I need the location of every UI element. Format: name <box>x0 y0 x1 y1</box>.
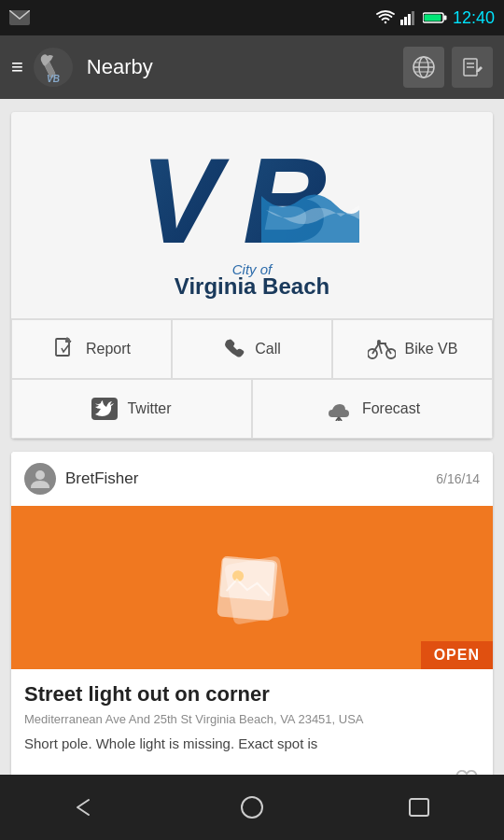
username: BretFisher <box>65 469 138 488</box>
post-title: Street light out on corner <box>24 682 480 707</box>
wifi-icon <box>376 10 395 25</box>
post-header: BretFisher 6/16/14 <box>11 452 493 506</box>
recents-icon <box>408 797 432 818</box>
open-badge[interactable]: OPEN <box>421 641 493 669</box>
svg-rect-2 <box>404 17 407 25</box>
svg-rect-6 <box>443 16 446 21</box>
svg-text:V: V <box>140 133 230 261</box>
post-image-icon <box>201 541 303 635</box>
home-icon <box>240 795 264 819</box>
status-bar: 12:40 <box>0 0 504 35</box>
twitter-label: Twitter <box>127 400 171 417</box>
city-name-label: Virginia Beach <box>131 273 373 300</box>
vb-logo: V B <box>131 131 373 300</box>
post-body: Street light out on corner Mediterranean… <box>11 669 493 763</box>
back-icon <box>70 796 98 819</box>
action-grid-row1: Report Call Bike VB <box>11 318 493 379</box>
post-description: Short pole. Whole light is missing. Exac… <box>24 734 480 753</box>
post-address: Mediterranean Ave And 25th St Virginia B… <box>24 712 480 726</box>
gmail-icon <box>9 10 30 25</box>
svg-rect-4 <box>412 11 414 25</box>
report-icon <box>52 337 77 361</box>
status-left <box>9 10 30 25</box>
home-button[interactable] <box>224 787 280 828</box>
globe-icon <box>412 55 436 79</box>
edit-button[interactable] <box>452 47 493 88</box>
svg-point-23 <box>377 340 381 343</box>
battery-icon <box>423 11 447 24</box>
bike-vb-label: Bike VB <box>405 341 458 357</box>
svg-rect-7 <box>424 15 441 21</box>
forecast-label: Forecast <box>362 400 420 417</box>
post-user: BretFisher <box>24 463 138 495</box>
bottom-nav <box>0 775 504 840</box>
svg-rect-31 <box>219 557 274 601</box>
status-time: 12:40 <box>453 8 495 28</box>
recents-button[interactable] <box>392 787 448 828</box>
report-button[interactable]: Report <box>11 319 172 379</box>
svg-rect-3 <box>408 14 411 25</box>
user-avatar <box>24 463 56 495</box>
app-bar: ≡ VB Nearby <box>0 35 504 99</box>
call-label: Call <box>255 341 281 357</box>
signal-icon <box>400 10 417 25</box>
svg-point-28 <box>35 470 45 480</box>
svg-point-33 <box>242 797 262 818</box>
post-card: BretFisher 6/16/14 OPEN Street light out… <box>11 452 493 802</box>
edit-icon <box>460 55 484 79</box>
app-title: Nearby <box>87 55 153 79</box>
call-button[interactable]: Call <box>172 319 332 379</box>
city-logo-area: V B <box>11 112 493 318</box>
forecast-button[interactable]: Forecast <box>252 379 493 439</box>
twitter-button[interactable]: Twitter <box>11 379 252 439</box>
app-bar-left: ≡ VB Nearby <box>11 47 153 88</box>
globe-button[interactable] <box>403 47 444 88</box>
app-bar-right <box>403 47 493 88</box>
twitter-icon <box>91 398 118 420</box>
main-content: V B <box>0 99 504 803</box>
report-label: Report <box>86 341 131 357</box>
svg-rect-34 <box>410 799 428 816</box>
status-right: 12:40 <box>376 8 495 28</box>
phone-icon <box>223 338 245 360</box>
city-card: V B <box>11 112 493 439</box>
bike-icon <box>368 339 396 359</box>
hamburger-icon[interactable]: ≡ <box>11 55 23 79</box>
app-logo: VB <box>33 47 74 88</box>
post-image[interactable]: OPEN <box>11 506 493 669</box>
action-grid-row2: Twitter Forecast <box>11 379 493 439</box>
post-date: 6/16/14 <box>436 471 480 486</box>
bike-vb-button[interactable]: Bike VB <box>332 319 493 379</box>
back-button[interactable] <box>56 787 112 828</box>
forecast-icon <box>325 397 353 421</box>
svg-rect-1 <box>400 20 403 25</box>
vb-logo-svg: V B <box>131 131 373 261</box>
svg-text:VB: VB <box>47 74 60 84</box>
